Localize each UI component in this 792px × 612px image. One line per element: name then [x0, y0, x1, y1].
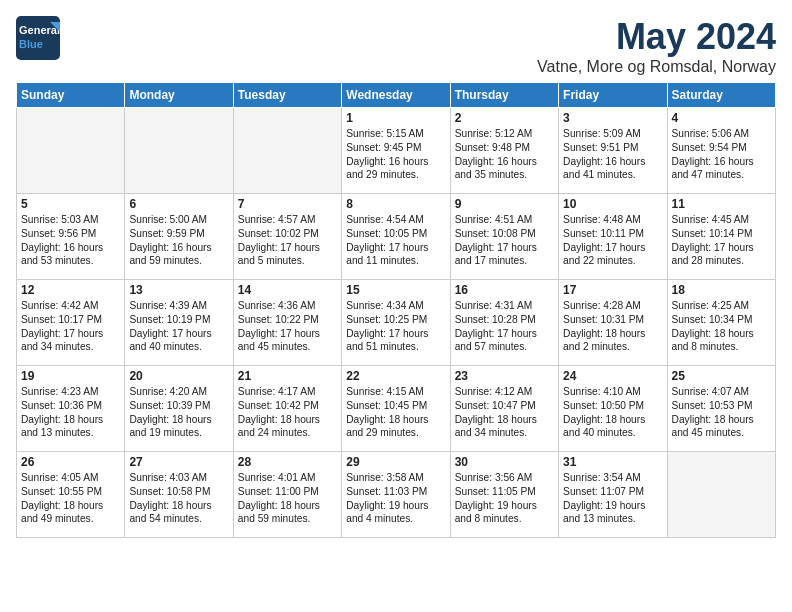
day-number: 26: [21, 455, 120, 469]
cell-5-4: 29Sunrise: 3:58 AMSunset: 11:03 PMDaylig…: [342, 452, 450, 538]
col-header-friday: Friday: [559, 83, 667, 108]
day-number: 28: [238, 455, 337, 469]
cell-3-3: 14Sunrise: 4:36 AMSunset: 10:22 PMDaylig…: [233, 280, 341, 366]
day-content: Sunrise: 3:56 AMSunset: 11:05 PMDaylight…: [455, 471, 554, 526]
col-header-thursday: Thursday: [450, 83, 558, 108]
day-number: 30: [455, 455, 554, 469]
day-content: Sunrise: 4:25 AMSunset: 10:34 PMDaylight…: [672, 299, 771, 354]
title-area: May 2024 Vatne, More og Romsdal, Norway: [537, 16, 776, 76]
cell-2-4: 8Sunrise: 4:54 AMSunset: 10:05 PMDayligh…: [342, 194, 450, 280]
week-row-3: 12Sunrise: 4:42 AMSunset: 10:17 PMDaylig…: [17, 280, 776, 366]
header-row: SundayMondayTuesdayWednesdayThursdayFrid…: [17, 83, 776, 108]
week-row-4: 19Sunrise: 4:23 AMSunset: 10:36 PMDaylig…: [17, 366, 776, 452]
day-number: 22: [346, 369, 445, 383]
cell-1-1: [17, 108, 125, 194]
day-content: Sunrise: 4:54 AMSunset: 10:05 PMDaylight…: [346, 213, 445, 268]
cell-1-3: [233, 108, 341, 194]
day-content: Sunrise: 5:06 AMSunset: 9:54 PMDaylight:…: [672, 127, 771, 182]
cell-2-3: 7Sunrise: 4:57 AMSunset: 10:02 PMDayligh…: [233, 194, 341, 280]
cell-3-7: 18Sunrise: 4:25 AMSunset: 10:34 PMDaylig…: [667, 280, 775, 366]
week-row-2: 5Sunrise: 5:03 AMSunset: 9:56 PMDaylight…: [17, 194, 776, 280]
cell-4-5: 23Sunrise: 4:12 AMSunset: 10:47 PMDaylig…: [450, 366, 558, 452]
day-content: Sunrise: 4:31 AMSunset: 10:28 PMDaylight…: [455, 299, 554, 354]
day-number: 5: [21, 197, 120, 211]
cell-1-5: 2Sunrise: 5:12 AMSunset: 9:48 PMDaylight…: [450, 108, 558, 194]
cell-3-4: 15Sunrise: 4:34 AMSunset: 10:25 PMDaylig…: [342, 280, 450, 366]
day-content: Sunrise: 3:58 AMSunset: 11:03 PMDaylight…: [346, 471, 445, 526]
cell-5-3: 28Sunrise: 4:01 AMSunset: 11:00 PMDaylig…: [233, 452, 341, 538]
day-content: Sunrise: 5:12 AMSunset: 9:48 PMDaylight:…: [455, 127, 554, 182]
cell-4-3: 21Sunrise: 4:17 AMSunset: 10:42 PMDaylig…: [233, 366, 341, 452]
day-number: 15: [346, 283, 445, 297]
cell-2-1: 5Sunrise: 5:03 AMSunset: 9:56 PMDaylight…: [17, 194, 125, 280]
col-header-saturday: Saturday: [667, 83, 775, 108]
col-header-monday: Monday: [125, 83, 233, 108]
svg-text:Blue: Blue: [19, 38, 43, 50]
cell-2-5: 9Sunrise: 4:51 AMSunset: 10:08 PMDayligh…: [450, 194, 558, 280]
cell-4-7: 25Sunrise: 4:07 AMSunset: 10:53 PMDaylig…: [667, 366, 775, 452]
day-content: Sunrise: 5:03 AMSunset: 9:56 PMDaylight:…: [21, 213, 120, 268]
day-number: 11: [672, 197, 771, 211]
day-number: 24: [563, 369, 662, 383]
day-content: Sunrise: 5:09 AMSunset: 9:51 PMDaylight:…: [563, 127, 662, 182]
cell-1-7: 4Sunrise: 5:06 AMSunset: 9:54 PMDaylight…: [667, 108, 775, 194]
cell-2-7: 11Sunrise: 4:45 AMSunset: 10:14 PMDaylig…: [667, 194, 775, 280]
week-row-5: 26Sunrise: 4:05 AMSunset: 10:55 PMDaylig…: [17, 452, 776, 538]
day-number: 12: [21, 283, 120, 297]
day-content: Sunrise: 4:36 AMSunset: 10:22 PMDaylight…: [238, 299, 337, 354]
page-header: General Blue May 2024 Vatne, More og Rom…: [16, 16, 776, 76]
cell-1-6: 3Sunrise: 5:09 AMSunset: 9:51 PMDaylight…: [559, 108, 667, 194]
logo: General Blue: [16, 16, 60, 60]
day-content: Sunrise: 5:00 AMSunset: 9:59 PMDaylight:…: [129, 213, 228, 268]
day-number: 14: [238, 283, 337, 297]
cell-4-6: 24Sunrise: 4:10 AMSunset: 10:50 PMDaylig…: [559, 366, 667, 452]
day-content: Sunrise: 4:03 AMSunset: 10:58 PMDaylight…: [129, 471, 228, 526]
day-number: 27: [129, 455, 228, 469]
cell-3-2: 13Sunrise: 4:39 AMSunset: 10:19 PMDaylig…: [125, 280, 233, 366]
cell-5-1: 26Sunrise: 4:05 AMSunset: 10:55 PMDaylig…: [17, 452, 125, 538]
col-header-wednesday: Wednesday: [342, 83, 450, 108]
calendar-table: SundayMondayTuesdayWednesdayThursdayFrid…: [16, 82, 776, 538]
day-content: Sunrise: 4:01 AMSunset: 11:00 PMDaylight…: [238, 471, 337, 526]
day-content: Sunrise: 4:17 AMSunset: 10:42 PMDaylight…: [238, 385, 337, 440]
day-number: 8: [346, 197, 445, 211]
cell-3-6: 17Sunrise: 4:28 AMSunset: 10:31 PMDaylig…: [559, 280, 667, 366]
day-number: 19: [21, 369, 120, 383]
cell-3-1: 12Sunrise: 4:42 AMSunset: 10:17 PMDaylig…: [17, 280, 125, 366]
day-number: 31: [563, 455, 662, 469]
week-row-1: 1Sunrise: 5:15 AMSunset: 9:45 PMDaylight…: [17, 108, 776, 194]
day-number: 21: [238, 369, 337, 383]
cell-4-1: 19Sunrise: 4:23 AMSunset: 10:36 PMDaylig…: [17, 366, 125, 452]
day-content: Sunrise: 4:28 AMSunset: 10:31 PMDaylight…: [563, 299, 662, 354]
day-number: 13: [129, 283, 228, 297]
day-content: Sunrise: 4:57 AMSunset: 10:02 PMDaylight…: [238, 213, 337, 268]
day-number: 17: [563, 283, 662, 297]
col-header-sunday: Sunday: [17, 83, 125, 108]
cell-2-6: 10Sunrise: 4:48 AMSunset: 10:11 PMDaylig…: [559, 194, 667, 280]
day-number: 7: [238, 197, 337, 211]
day-content: Sunrise: 4:12 AMSunset: 10:47 PMDaylight…: [455, 385, 554, 440]
day-content: Sunrise: 4:48 AMSunset: 10:11 PMDaylight…: [563, 213, 662, 268]
cell-2-2: 6Sunrise: 5:00 AMSunset: 9:59 PMDaylight…: [125, 194, 233, 280]
day-content: Sunrise: 4:20 AMSunset: 10:39 PMDaylight…: [129, 385, 228, 440]
month-title: May 2024: [537, 16, 776, 58]
day-number: 9: [455, 197, 554, 211]
day-number: 6: [129, 197, 228, 211]
day-content: Sunrise: 4:07 AMSunset: 10:53 PMDaylight…: [672, 385, 771, 440]
day-number: 18: [672, 283, 771, 297]
day-content: Sunrise: 4:15 AMSunset: 10:45 PMDaylight…: [346, 385, 445, 440]
cell-4-4: 22Sunrise: 4:15 AMSunset: 10:45 PMDaylig…: [342, 366, 450, 452]
cell-5-2: 27Sunrise: 4:03 AMSunset: 10:58 PMDaylig…: [125, 452, 233, 538]
day-content: Sunrise: 5:15 AMSunset: 9:45 PMDaylight:…: [346, 127, 445, 182]
day-number: 23: [455, 369, 554, 383]
day-content: Sunrise: 3:54 AMSunset: 11:07 PMDaylight…: [563, 471, 662, 526]
cell-5-6: 31Sunrise: 3:54 AMSunset: 11:07 PMDaylig…: [559, 452, 667, 538]
cell-1-2: [125, 108, 233, 194]
day-content: Sunrise: 4:51 AMSunset: 10:08 PMDaylight…: [455, 213, 554, 268]
logo-icon: General Blue: [16, 16, 60, 60]
day-number: 4: [672, 111, 771, 125]
cell-3-5: 16Sunrise: 4:31 AMSunset: 10:28 PMDaylig…: [450, 280, 558, 366]
cell-5-5: 30Sunrise: 3:56 AMSunset: 11:05 PMDaylig…: [450, 452, 558, 538]
day-number: 2: [455, 111, 554, 125]
day-content: Sunrise: 4:45 AMSunset: 10:14 PMDaylight…: [672, 213, 771, 268]
